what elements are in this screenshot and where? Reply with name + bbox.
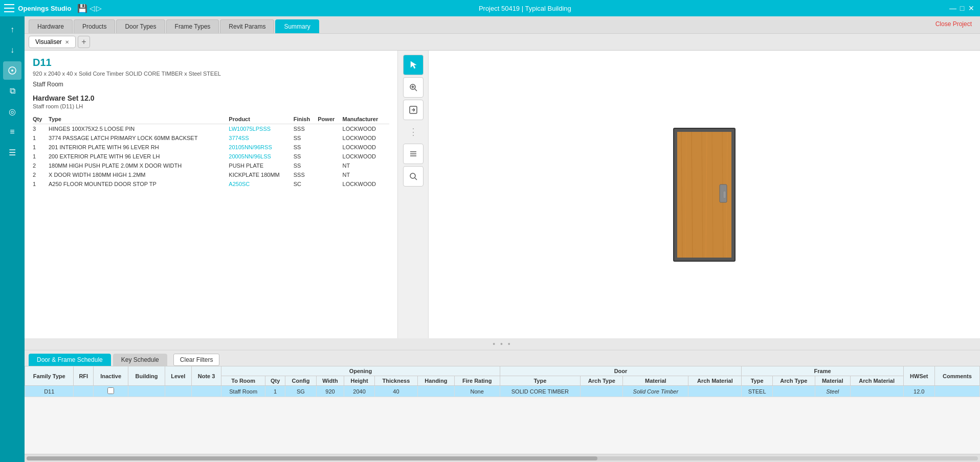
sched-door-type: SOLID CORE TIMBER bbox=[500, 386, 581, 397]
tab-products[interactable]: Products bbox=[74, 19, 115, 33]
th-level: Level bbox=[165, 366, 191, 386]
hardware-table-row: 1 A250 FLOOR MOUNTED DOOR STOP TP A250SC… bbox=[33, 179, 389, 189]
scroll-track[interactable] bbox=[27, 456, 978, 460]
redo-icon[interactable]: ▷ bbox=[96, 4, 102, 12]
hw-power bbox=[318, 143, 342, 152]
door-spec: 920 x 2040 x 40 x Solid Core Timber SOLI… bbox=[33, 71, 389, 77]
hardware-table: Qty Type Product Finish Power Manufactur… bbox=[33, 114, 389, 189]
tab-frame-types[interactable]: Frame Types bbox=[166, 19, 219, 33]
th-thickness: Thickness bbox=[374, 376, 417, 386]
arrow-down-icon[interactable]: ↓ bbox=[3, 41, 21, 59]
scroll-thumb[interactable] bbox=[27, 456, 597, 460]
hw-col-manufacturer: Manufacturer bbox=[343, 114, 389, 124]
zoom-control-btn[interactable] bbox=[403, 77, 424, 98]
th-handing: Handing bbox=[417, 376, 454, 386]
resize-handle[interactable]: • • • bbox=[25, 338, 980, 350]
tab-hardware[interactable]: Hardware bbox=[29, 19, 73, 33]
list-icon[interactable]: ≡ bbox=[3, 123, 21, 141]
visualiser-tab-close[interactable]: ✕ bbox=[65, 39, 69, 45]
hw-manufacturer: LOCKWOOD bbox=[343, 152, 389, 161]
hardware-table-row: 2 X DOOR WIDTH 180MM HIGH 1.2MM KICKPLAT… bbox=[33, 170, 389, 179]
hw-type: A250 FLOOR MOUNTED DOOR STOP TP bbox=[49, 179, 229, 189]
minimize-button[interactable]: — bbox=[948, 4, 957, 13]
th-family-type: Family Type bbox=[25, 366, 74, 386]
schedule-row[interactable]: D11 Staff Room 1 SG 920 2040 40 None SOL… bbox=[25, 386, 980, 397]
save-icon[interactable]: 💾 bbox=[77, 4, 87, 13]
tab-door-types[interactable]: Door Types bbox=[116, 19, 165, 33]
enter-control-btn[interactable] bbox=[403, 100, 424, 120]
hw-qty: 3 bbox=[33, 124, 49, 134]
visualiser-area bbox=[429, 51, 980, 338]
hw-power bbox=[318, 179, 342, 189]
copy-icon[interactable]: ⧉ bbox=[3, 82, 21, 100]
hw-product[interactable]: A250SC bbox=[229, 179, 293, 189]
door-frame-schedule-tab[interactable]: Door & Frame Schedule bbox=[29, 354, 111, 366]
sched-qty: 1 bbox=[265, 386, 285, 397]
sched-config: SG bbox=[285, 386, 316, 397]
hw-col-finish: Finish bbox=[294, 114, 318, 124]
horizontal-scrollbar[interactable] bbox=[25, 454, 980, 462]
th-door-type: Type bbox=[500, 376, 581, 386]
tab-revit-params[interactable]: Revit Params bbox=[220, 19, 274, 33]
hardware-table-row: 2 180MM HIGH PUSH PLATE 2.0MM X DOOR WID… bbox=[33, 161, 389, 170]
schedule-wrapper[interactable]: Family Type RFI Inactive Building Level … bbox=[25, 366, 980, 454]
drag-handle[interactable]: ⋮ bbox=[409, 122, 418, 142]
hw-power bbox=[318, 161, 342, 170]
th-width: Width bbox=[316, 376, 344, 386]
search-control-btn[interactable] bbox=[403, 166, 424, 187]
sched-family-type: D11 bbox=[25, 386, 74, 397]
sched-height: 2040 bbox=[344, 386, 375, 397]
close-project-link[interactable]: Close Project bbox=[936, 20, 972, 28]
hardware-table-row: 1 200 EXTERIOR PLATE WITH 96 LEVER LH 20… bbox=[33, 152, 389, 161]
clear-filters-button[interactable]: Clear Filters bbox=[173, 354, 220, 366]
hw-product[interactable]: 3774SS bbox=[229, 133, 293, 143]
list-control-btn[interactable] bbox=[403, 144, 424, 164]
hw-product[interactable]: 20105NN/96RSS bbox=[229, 143, 293, 152]
product-link[interactable]: A250SC bbox=[229, 181, 250, 187]
add-tab-button[interactable]: + bbox=[78, 36, 90, 48]
th-note3: Note 3 bbox=[191, 366, 221, 386]
globe-icon[interactable]: ◎ bbox=[3, 102, 21, 121]
select-control-btn[interactable] bbox=[403, 55, 424, 75]
hw-type: 3774 PASSAGE LATCH PRIMARY LOCK 60MM BAC… bbox=[49, 133, 229, 143]
sched-fire-rating: None bbox=[454, 386, 500, 397]
th-frame-type: Type bbox=[742, 376, 772, 386]
hardware-table-row: 3 HINGES 100X75X2.5 LOOSE PIN LW10075LPS… bbox=[33, 124, 389, 134]
th-fire-rating: Fire Rating bbox=[454, 376, 500, 386]
title-bar: Openings Studio 💾 ◁ ▷ Project 50419 | Ty… bbox=[0, 0, 980, 16]
hw-product: KICKPLATE 180MM bbox=[229, 170, 293, 179]
menu-icon[interactable] bbox=[4, 4, 14, 12]
hardware-set-title: Hardware Set 12.0 bbox=[33, 94, 389, 102]
hw-qty: 1 bbox=[33, 143, 49, 152]
sched-door-material: Solid Core Timber bbox=[623, 386, 688, 397]
door-visual bbox=[671, 126, 738, 264]
hw-type: 201 INTERIOR PLATE WITH 96 LEVER RH bbox=[49, 143, 229, 152]
maximize-button[interactable]: □ bbox=[957, 4, 967, 13]
product-link[interactable]: 20105NN/96RSS bbox=[229, 144, 272, 150]
th-rfi: RFI bbox=[74, 366, 94, 386]
visualiser-tab-label: Visualiser bbox=[35, 38, 62, 45]
key-schedule-tab[interactable]: Key Schedule bbox=[113, 354, 167, 366]
inactive-checkbox[interactable] bbox=[107, 387, 114, 394]
hw-product[interactable]: 20005NN/96LSS bbox=[229, 152, 293, 161]
content-area: Hardware Products Door Types Frame Types… bbox=[25, 16, 980, 462]
close-button[interactable]: ✕ bbox=[967, 4, 976, 13]
cursor-icon[interactable] bbox=[3, 61, 21, 80]
lines-icon[interactable]: ☰ bbox=[3, 143, 21, 161]
hw-finish: SSS bbox=[294, 124, 318, 134]
product-link[interactable]: LW10075LPSSS bbox=[229, 126, 271, 132]
hw-product[interactable]: LW10075LPSSS bbox=[229, 124, 293, 134]
product-link[interactable]: 3774SS bbox=[229, 135, 249, 141]
product-link[interactable]: 20005NN/96LSS bbox=[229, 153, 271, 159]
hw-qty: 2 bbox=[33, 161, 49, 170]
undo-icon[interactable]: ◁ bbox=[90, 4, 95, 12]
th-building: Building bbox=[128, 366, 165, 386]
arrow-up-icon[interactable]: ↑ bbox=[3, 20, 21, 39]
project-title: Project 50419 | Typical Building bbox=[479, 5, 571, 12]
svg-point-14 bbox=[410, 173, 415, 178]
hw-finish: SS bbox=[294, 143, 318, 152]
visualiser-tab[interactable]: Visualiser ✕ bbox=[29, 36, 76, 48]
tab-summary[interactable]: Summary bbox=[275, 19, 319, 33]
visualiser-tab-bar: Visualiser ✕ + bbox=[25, 34, 980, 51]
th-inactive: Inactive bbox=[94, 366, 128, 386]
